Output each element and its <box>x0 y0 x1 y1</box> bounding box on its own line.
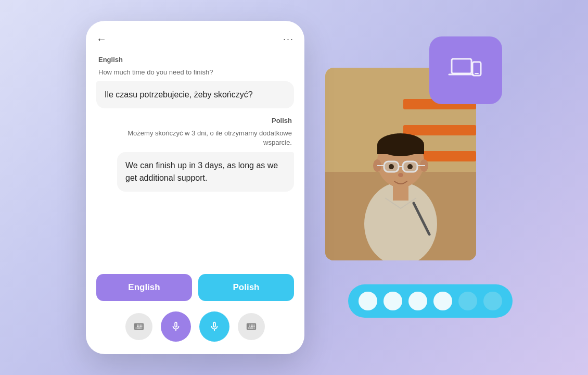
message-2-lang: Polish <box>272 117 294 124</box>
message-2-translation: We can finish up in 3 days, as long as w… <box>117 152 294 192</box>
device-icon <box>448 55 484 86</box>
svg-point-22 <box>398 173 403 177</box>
keyboard-right-icon <box>246 321 257 332</box>
message-1-lang: English <box>96 56 294 64</box>
dot-4 <box>433 292 452 310</box>
scene: ← ··· English How much time do you need … <box>0 0 588 375</box>
message-block-2: Polish Możemy skończyć w 3 dni, o ile ot… <box>96 117 294 191</box>
mic-blue-button[interactable] <box>199 311 229 342</box>
svg-rect-0 <box>452 59 471 73</box>
keyboard-left-icon <box>133 321 145 332</box>
svg-rect-12 <box>377 145 424 154</box>
keyboard-left-button[interactable] <box>125 313 152 340</box>
mic-purple-button[interactable] <box>161 311 191 342</box>
language-buttons: English Polish <box>96 274 294 301</box>
svg-rect-23 <box>393 185 408 201</box>
message-1-translation: Ile czasu potrzebujecie, żeby skończyć? <box>96 81 294 108</box>
svg-point-21 <box>407 164 413 169</box>
dot-3 <box>408 292 427 310</box>
keyboard-right-button[interactable] <box>238 313 265 340</box>
dots-bar <box>348 284 513 318</box>
dot-2 <box>384 292 402 310</box>
message-1-original: How much time do you need to finish? <box>96 68 294 77</box>
mic-blue-icon <box>209 321 220 332</box>
polish-button[interactable]: Polish <box>198 274 294 301</box>
phone-mockup: ← ··· English How much time do you need … <box>86 21 304 354</box>
device-card <box>429 36 502 104</box>
dot-1 <box>359 292 377 310</box>
more-button[interactable]: ··· <box>283 34 294 45</box>
english-button[interactable]: English <box>96 274 192 301</box>
controls-bar <box>96 311 294 342</box>
chat-area: English How much time do you need to fin… <box>96 56 294 264</box>
back-button[interactable]: ← <box>96 33 107 45</box>
message-2-original: Możemy skończyć w 3 dni, o ile otrzymamy… <box>117 129 294 147</box>
svg-rect-7 <box>403 125 476 135</box>
phone-header: ← ··· <box>96 33 294 45</box>
right-side <box>325 36 502 339</box>
svg-point-20 <box>389 164 394 169</box>
dot-5 <box>458 292 477 310</box>
mic-purple-icon <box>170 321 182 332</box>
dot-6 <box>483 292 502 310</box>
message-block-1: English How much time do you need to fin… <box>96 56 294 108</box>
